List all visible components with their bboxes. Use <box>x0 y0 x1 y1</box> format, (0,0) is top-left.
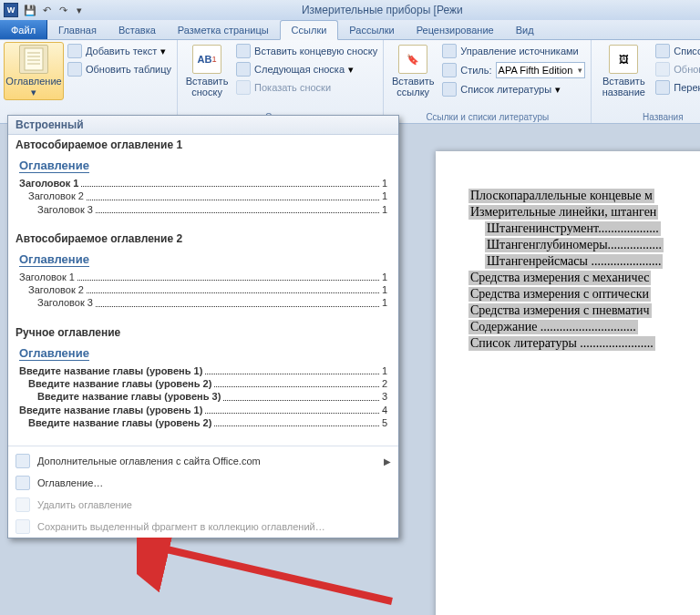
table-of-figures-button[interactable]: Список илл <box>654 43 700 59</box>
doc-line: Плоскопараллельные концевые м <box>468 189 654 203</box>
tab-layout[interactable]: Разметка страницы <box>167 20 280 39</box>
dd-header: Встроенный <box>8 116 398 135</box>
doc-line: Штангенинструмент................... <box>485 221 661 236</box>
toc-preview-manual[interactable]: Оглавление Введите название главы (урове… <box>8 343 398 442</box>
dd-auto2-title: Автособираемое оглавление 2 <box>8 229 398 249</box>
cross-reference-button[interactable]: Перекрестн <box>654 79 700 96</box>
manage-sources-button[interactable]: Управление источниками <box>440 43 587 59</box>
toc-preview-auto1[interactable]: Оглавление Заголовок 11 Заголовок 21 Заг… <box>8 155 398 229</box>
footnote-icon: AB1 <box>192 45 221 74</box>
dd-manual-title: Ручное оглавление <box>8 323 398 343</box>
tab-references[interactable]: Ссылки <box>280 20 339 40</box>
custom-toc-icon <box>15 476 30 490</box>
remove-toc: Удалить оглавление <box>8 494 398 516</box>
doc-line: Средства измерения с оптически <box>468 287 651 302</box>
show-footnotes-button[interactable]: Показать сноски <box>234 79 379 96</box>
crossref-icon <box>655 80 670 95</box>
next-footnote-icon <box>236 62 251 77</box>
insert-citation-button[interactable]: 🔖 Вставить ссылку <box>387 42 438 100</box>
doc-line: Список литературы ......................… <box>468 336 655 351</box>
bibliography-icon <box>442 82 457 97</box>
doc-line: Измерительные линейки, штанген <box>468 205 658 220</box>
toc-icon <box>19 45 48 74</box>
document-page[interactable]: Плоскопараллельные концевые м Измеритель… <box>436 151 700 615</box>
insert-endnote-button[interactable]: Вставить концевую сноску <box>234 43 379 59</box>
save-selection-icon <box>15 519 30 534</box>
ribbon: Оглавление▾ Добавить текст ▾ Обновить та… <box>0 40 700 124</box>
caption-icon: 🖼 <box>609 45 638 74</box>
endnote-icon <box>236 44 251 58</box>
office-icon <box>15 454 30 468</box>
style-icon <box>442 63 457 77</box>
window-title: Измерительные приборы [Режи <box>302 4 463 16</box>
chevron-right-icon: ▶ <box>384 456 391 466</box>
group-citations-label: Ссылки и списки литературы <box>387 111 587 123</box>
next-footnote-button[interactable]: Следующая сноска ▾ <box>234 61 379 77</box>
doc-line: Средства измерения с механичес <box>468 271 651 285</box>
citation-style-combo[interactable]: APA Fifth Edition <box>496 62 586 78</box>
group-citations: 🔖 Вставить ссылку Управление источниками… <box>384 40 592 123</box>
citation-style-row: Стиль: APA Fifth Edition <box>440 61 587 79</box>
figures-list-icon <box>655 44 670 58</box>
redo-icon[interactable]: ↷ <box>55 2 71 18</box>
remove-toc-icon <box>15 497 30 512</box>
toc-dropdown: Встроенный Автособираемое оглавление 1 О… <box>7 115 399 538</box>
tab-view[interactable]: Вид <box>505 20 545 39</box>
insert-caption-button[interactable]: 🖼 Вставить название <box>595 42 652 100</box>
group-captions: 🖼 Вставить название Список илл Обновить … <box>592 40 700 123</box>
word-app-icon: W <box>4 3 18 17</box>
doc-line: Штангенглубиномеры................. <box>485 238 664 252</box>
toc-button[interactable]: Оглавление▾ <box>4 42 64 100</box>
doc-line: Средства измерения с пневматич <box>468 303 652 318</box>
undo-icon[interactable]: ↶ <box>38 2 55 18</box>
tab-mailings[interactable]: Рассылки <box>338 20 405 39</box>
ribbon-tabs: Файл Главная Вставка Разметка страницы С… <box>0 20 700 40</box>
bibliography-button[interactable]: Список литературы ▾ <box>440 81 587 97</box>
update-figures-button[interactable]: Обновить т <box>654 61 700 77</box>
quick-access-toolbar: W 💾 ↶ ↷ ▾ Измерительные приборы [Режи <box>0 0 700 20</box>
add-text-button[interactable]: Добавить текст ▾ <box>66 43 173 59</box>
group-toc: Оглавление▾ Добавить текст ▾ Обновить та… <box>0 40 178 123</box>
tab-insert[interactable]: Вставка <box>108 20 167 39</box>
update-table-icon <box>67 62 82 77</box>
tab-review[interactable]: Рецензирование <box>406 20 505 39</box>
qat-customize-icon[interactable]: ▾ <box>71 2 88 18</box>
more-toc-online[interactable]: Дополнительные оглавления с сайта Office… <box>8 450 398 472</box>
update-figures-icon <box>655 62 670 77</box>
citation-icon: 🔖 <box>398 45 427 74</box>
add-text-icon <box>67 44 82 58</box>
custom-toc[interactable]: Оглавление… <box>8 472 398 494</box>
svg-rect-0 <box>25 48 43 70</box>
doc-line: Штангенрейсмасы ...................... <box>485 254 663 269</box>
update-table-button[interactable]: Обновить таблицу <box>66 61 173 77</box>
toc-preview-auto2[interactable]: Оглавление Заголовок 11 Заголовок 21 Заг… <box>8 249 398 323</box>
tab-home[interactable]: Главная <box>47 20 108 39</box>
dd-auto1-title: Автособираемое оглавление 1 <box>8 135 398 155</box>
group-footnotes: AB1 Вставить сноску Вставить концевую сн… <box>178 40 384 123</box>
doc-line: Содержание .............................… <box>468 320 638 334</box>
manage-sources-icon <box>442 44 457 58</box>
tab-file[interactable]: Файл <box>0 20 47 39</box>
group-captions-label: Названия <box>595 111 700 123</box>
show-footnotes-icon <box>236 80 251 95</box>
insert-footnote-button[interactable]: AB1 Вставить сноску <box>181 42 232 100</box>
save-selection-toc: Сохранить выделенный фрагмент в коллекци… <box>8 516 398 538</box>
toc-label: Оглавление <box>5 76 61 87</box>
save-icon[interactable]: 💾 <box>22 2 38 18</box>
